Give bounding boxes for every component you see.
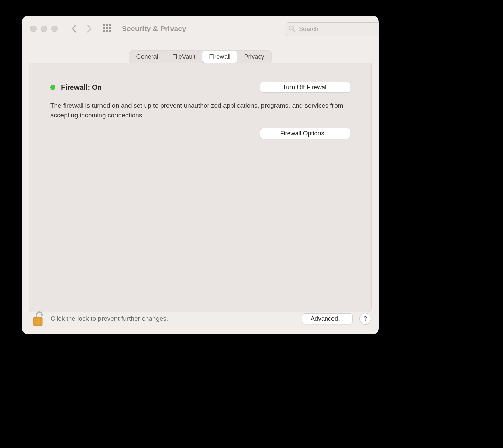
close-window-button[interactable] [30, 26, 37, 32]
svg-rect-1 [106, 24, 108, 26]
svg-rect-4 [106, 27, 108, 29]
show-all-icon[interactable] [103, 24, 112, 34]
firewall-options-button[interactable]: Firewall Options… [260, 128, 350, 139]
tab-general[interactable]: General [130, 51, 165, 63]
lock-hint-text: Click the lock to prevent further change… [51, 315, 168, 322]
back-button[interactable] [71, 24, 77, 33]
help-icon: ? [364, 315, 367, 322]
advanced-button[interactable]: Advanced… [302, 313, 353, 324]
search-field-wrap [285, 22, 372, 35]
minimize-window-button[interactable] [41, 26, 47, 32]
search-icon [288, 25, 295, 32]
svg-rect-7 [106, 30, 108, 32]
tab-label: General [136, 53, 158, 61]
svg-rect-6 [103, 30, 105, 32]
firewall-status-row: Firewall: On Turn Off Firewall [50, 82, 350, 93]
tab-filevault[interactable]: FileVault [165, 51, 203, 63]
search-input[interactable] [285, 22, 379, 36]
firewall-panel: Firewall: On Turn Off Firewall The firew… [29, 63, 372, 312]
tab-firewall[interactable]: Firewall [202, 51, 237, 63]
help-button[interactable]: ? [359, 313, 371, 325]
preferences-window: Security & Privacy General FileVault Fir… [22, 16, 379, 334]
svg-rect-8 [109, 30, 111, 32]
turn-off-firewall-button[interactable]: Turn Off Firewall [260, 82, 350, 93]
svg-rect-3 [103, 27, 105, 29]
svg-rect-5 [109, 27, 111, 29]
window-controls [30, 26, 58, 32]
svg-rect-0 [103, 24, 105, 26]
firewall-status-label: Firewall: On [61, 83, 102, 91]
forward-button[interactable] [86, 24, 92, 33]
tab-label: Firewall [209, 53, 230, 61]
tab-label: FileVault [172, 53, 196, 61]
tab-bar: General FileVault Firewall Privacy [22, 50, 379, 63]
zoom-window-button[interactable] [51, 26, 58, 32]
status-indicator-icon [50, 85, 55, 90]
window-title: Security & Privacy [122, 25, 186, 33]
svg-point-9 [289, 26, 293, 30]
window-toolbar: Security & Privacy [22, 16, 379, 42]
lock-icon[interactable] [31, 311, 44, 327]
window-footer: Click the lock to prevent further change… [22, 303, 379, 334]
svg-rect-2 [109, 24, 111, 26]
svg-line-10 [293, 30, 295, 31]
tab-privacy[interactable]: Privacy [237, 51, 271, 63]
firewall-description: The firewall is turned on and set up to … [50, 101, 344, 120]
nav-arrows [71, 24, 92, 33]
content-area: General FileVault Firewall Privacy Firew… [22, 50, 379, 312]
tab-label: Privacy [244, 53, 264, 61]
